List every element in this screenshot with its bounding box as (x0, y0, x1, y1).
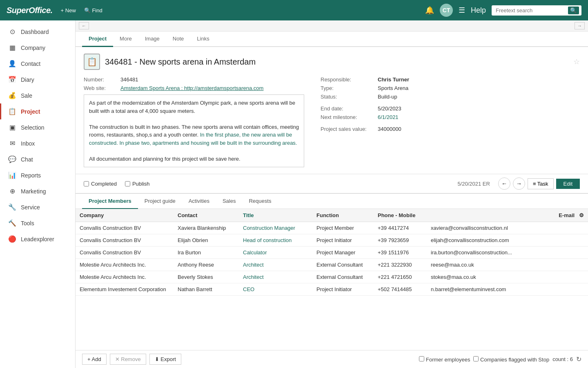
companies-flagged-check[interactable] (473, 356, 479, 361)
sidebar: ⊙ Dashboard ▦ Company 👤 Contact 📅 Diary … (0, 20, 76, 368)
sidebar-item-leadexplorer[interactable]: 🔴 Leadexplorer (0, 231, 75, 247)
sidebar-item-inbox[interactable]: ✉ Inbox (0, 135, 75, 151)
col-header-title: Title (239, 209, 312, 222)
cell-company: Convallis Construction BV (76, 247, 174, 259)
cell-email: xaviera@convallisconstruction.nl (427, 222, 588, 234)
website-row: Web site: Amsterdam Sports Arena : http:… (84, 85, 304, 91)
menu-icon[interactable]: ☰ (459, 6, 465, 15)
cell-function: Project Member (312, 222, 374, 234)
search-button[interactable]: 🔍 (568, 7, 579, 14)
publish-checkbox[interactable]: Publish (125, 181, 150, 187)
completed-check[interactable] (84, 181, 89, 186)
find-button[interactable]: 🔍 Find (84, 7, 102, 13)
cell-phone: +221 4721650 (374, 271, 427, 283)
table-row[interactable]: Convallis Construction BV Xaviera Blanke… (76, 222, 588, 234)
footer-right: Former employees Companies flagged with … (419, 355, 581, 363)
edit-button[interactable]: Edit (556, 179, 580, 189)
refresh-button[interactable]: ↻ (576, 355, 581, 363)
completed-checkbox[interactable]: Completed (84, 181, 117, 187)
tab-links[interactable]: Links (190, 31, 216, 47)
sidebar-item-selection[interactable]: ▣ Selection (0, 119, 75, 135)
collapse-top-btn[interactable]: ← (79, 22, 89, 29)
project-members-table: Company Contact Title Function (76, 209, 588, 296)
next-button[interactable]: → (513, 177, 525, 190)
cell-title: Calculator (239, 247, 312, 259)
star-button[interactable]: ☆ (573, 57, 580, 66)
table-row[interactable]: Molestie Arcu Architects Inc. Beverly St… (76, 271, 588, 283)
remove-button[interactable]: ✕ Remove (110, 354, 146, 365)
website-link[interactable]: Amsterdam Sports Arena : http://amsterda… (120, 85, 263, 91)
help-label[interactable]: Help (471, 6, 486, 15)
export-button[interactable]: ⬇ Export (149, 354, 181, 365)
tab-image[interactable]: Image (138, 31, 166, 47)
sub-tab-project-guide[interactable]: Project guide (138, 194, 182, 209)
sidebar-item-project[interactable]: 📋 Project (0, 103, 75, 119)
sidebar-item-service[interactable]: 🔧 Service (0, 199, 75, 215)
project-info-right: Responsible: Chris Turner Type: Sports A… (321, 76, 484, 167)
sidebar-item-marketing[interactable]: ⊕ Marketing (0, 183, 75, 199)
table-body: Convallis Construction BV Xaviera Blanke… (76, 222, 588, 296)
companies-flagged-label[interactable]: Companies flagged with Stop (473, 356, 549, 363)
status-row: Status: Build-up (321, 94, 484, 100)
footer-actions: ← → ≡ Task Edit (498, 177, 580, 190)
table-row[interactable]: Convallis Construction BV Ira Burton Cal… (76, 247, 588, 259)
col-header-contact: Contact (174, 209, 239, 222)
diary-icon: 📅 (8, 76, 17, 83)
tab-more[interactable]: More (113, 31, 138, 47)
cell-company: Molestie Arcu Architects Inc. (76, 271, 174, 283)
publish-check[interactable] (125, 181, 130, 186)
project-tabs: Project More Image Note Links (76, 31, 588, 47)
cell-title: Head of construction (239, 234, 312, 247)
new-button[interactable]: + New (61, 7, 76, 13)
table-row[interactable]: Molestie Arcu Architects Inc. Anthony Re… (76, 259, 588, 271)
cell-title: CEO (239, 283, 312, 296)
add-button[interactable]: + Add (82, 354, 107, 365)
prev-button[interactable]: ← (498, 177, 510, 190)
cell-email: reese@maa.co.uk (427, 259, 588, 271)
cell-company: Convallis Construction BV (76, 234, 174, 247)
project-members-table-wrap: Company Contact Title Function (76, 209, 588, 350)
sidebar-item-dashboard[interactable]: ⊙ Dashboard (0, 24, 75, 40)
sidebar-item-tools[interactable]: 🔨 Tools (0, 215, 75, 231)
sidebar-item-diary[interactable]: 📅 Diary (0, 72, 75, 88)
top-panel: ← → Project More Image Note Links (76, 20, 588, 194)
sub-tab-sales[interactable]: Sales (216, 194, 243, 209)
sidebar-item-sale[interactable]: 💰 Sale (0, 88, 75, 103)
tab-project[interactable]: Project (82, 31, 113, 47)
sidebar-item-contact[interactable]: 👤 Contact (0, 56, 75, 72)
main-content: ← → Project More Image Note Links (76, 20, 588, 368)
sub-tab-activities[interactable]: Activities (182, 194, 216, 209)
cell-email: stokes@maa.co.uk (427, 271, 588, 283)
former-employees-check[interactable] (419, 356, 424, 361)
cell-contact: Anthony Reese (174, 259, 239, 271)
cell-company: Elementum Investement Corporation (76, 283, 174, 296)
cell-function: External Consultant (312, 271, 374, 283)
tab-note[interactable]: Note (166, 31, 190, 47)
cell-phone: +221 3222930 (374, 259, 427, 271)
avatar[interactable]: CT (440, 4, 453, 17)
sub-tab-requests[interactable]: Requests (242, 194, 278, 209)
footer-date: 5/20/2021 ER (457, 181, 490, 187)
col-header-function: Function (312, 209, 374, 222)
table-row[interactable]: Elementum Investement Corporation Nathan… (76, 283, 588, 296)
footer-bar: Completed Publish 5/20/2021 ER ← → ≡ Tas… (76, 174, 588, 193)
service-icon: 🔧 (8, 203, 17, 211)
sub-tab-project-members[interactable]: Project Members (82, 194, 138, 209)
collapse-right-btn[interactable]: → (575, 22, 585, 29)
cell-phone: +39 4417274 (374, 222, 427, 234)
bottom-panel: Project Members Project guide Activities… (76, 194, 588, 368)
sidebar-item-company[interactable]: ▦ Company (0, 40, 75, 56)
cell-email: ira.burton@convallisconstruction... (427, 247, 588, 259)
cell-title: Architect (239, 259, 312, 271)
col-header-company: Company (76, 209, 174, 222)
task-button[interactable]: ≡ Task (528, 178, 554, 189)
bell-icon[interactable]: 🔔 (425, 6, 434, 15)
table-row[interactable]: Convallis Construction BV Elijah Obrien … (76, 234, 588, 247)
project-info: Number: 346481 Web site: Amsterdam Sport… (84, 76, 580, 167)
former-employees-label[interactable]: Former employees (419, 356, 470, 363)
topnav-right: 🔔 CT ☰ Help 🔍 (425, 4, 581, 17)
sidebar-item-chat[interactable]: 💬 Chat (0, 151, 75, 167)
sidebar-item-reports[interactable]: 📊 Reports (0, 167, 75, 183)
desc-line-1: As part of the modernization of the Amst… (89, 99, 299, 115)
leadexplorer-icon: 🔴 (8, 235, 17, 243)
